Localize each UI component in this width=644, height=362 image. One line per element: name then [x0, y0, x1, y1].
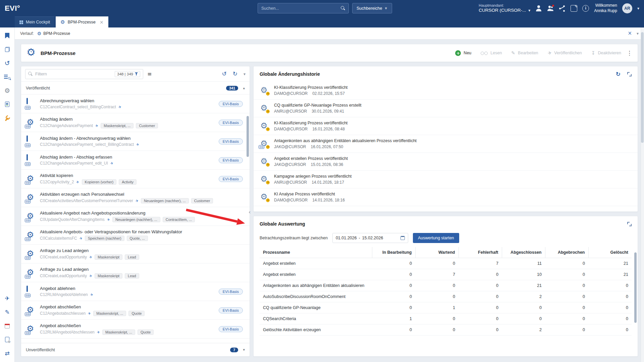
process-list-item[interactable]: ⚙ CO Aktivität kopieren C12CopyActivity_… — [21, 170, 250, 188]
chevron-down-icon[interactable]: ▾ — [244, 72, 246, 76]
history-list-item[interactable]: ⚙ CO Anlagenkonten aus abhängigen Entitä… — [254, 135, 638, 153]
tenant-selector[interactable]: Hauptmandant: CURSOR (CURSOR-... ▾ — [479, 3, 530, 13]
column-header[interactable]: In Bearbeitung — [372, 247, 415, 258]
filter-box[interactable]: 348 | 349 — [25, 69, 143, 79]
list-scrollbar[interactable] — [247, 116, 249, 157]
tab[interactable]: Mein Cockpit — [15, 16, 55, 27]
history-list-item[interactable]: ⚙ KI-Klassifizierung Prozess veröffentli… — [254, 117, 638, 135]
swap-arrows-icon[interactable]: ⇄ — [3, 349, 11, 357]
send-plane-icon[interactable]: ✈ — [3, 294, 11, 302]
history-list-item[interactable]: ⚙ CQ qualifizierte GP-Neuanlage Prozess … — [254, 100, 638, 117]
history-icon[interactable]: ↺ — [222, 71, 226, 77]
history-list-item[interactable]: ⚙ KI Analyse Prozess veröffentlicht DAMO… — [254, 188, 638, 206]
process-list-item[interactable]: ⚙ CO Aktualisiere Angebot nach Angebotsp… — [21, 207, 250, 226]
column-header[interactable]: Fehlerhaft — [459, 247, 502, 258]
expand-icon[interactable] — [627, 222, 632, 226]
chevron-down-icon[interactable]: ▾ — [637, 32, 639, 36]
search-list-icon[interactable] — [3, 73, 11, 81]
info-icon[interactable]: i — [582, 5, 589, 12]
process-list-item[interactable]: ⚙ CO Angebot abschließen C12Angebotabsch… — [21, 301, 250, 320]
start-evaluation-button[interactable]: Auswertung starten — [413, 233, 459, 243]
process-list-item[interactable]: ⚙ CO Aktualisiere Angebots- oder Vertrag… — [21, 226, 250, 245]
process-list-item[interactable]: ⚙ CO Angebot abschließen C12RLMAngebotAb… — [21, 320, 250, 339]
result-counter[interactable]: 348 | 349 — [115, 71, 140, 77]
pages-icon[interactable] — [3, 45, 11, 53]
column-header[interactable]: Abgeschlossen — [502, 247, 545, 258]
more-options-icon[interactable]: ⋮ — [627, 50, 632, 56]
deactivate-action-button[interactable]: ↧ Deaktivieren — [591, 51, 621, 55]
avatar[interactable]: AR — [622, 3, 632, 13]
date-separator: - — [359, 236, 360, 240]
process-list-item[interactable]: CO Abschlag ändern - Abrechnungsvertrag … — [21, 132, 250, 151]
column-header[interactable]: Abgebrochen — [545, 247, 588, 258]
refresh-icon[interactable]: ↻ — [233, 71, 237, 77]
process-list-item[interactable]: ⚙ CO Aktivitäten erzeugen nach Personalw… — [21, 188, 250, 207]
sort-icon[interactable]: ≡ — [147, 71, 152, 77]
filter-input[interactable] — [35, 72, 112, 76]
search-scope-label: Suchbereiche — [357, 6, 382, 11]
collapse-panel-handle[interactable]: ‹ — [249, 209, 251, 215]
page-scrollbar[interactable] — [641, 27, 644, 362]
expand-icon[interactable] — [627, 72, 632, 76]
history-list-item[interactable]: ⚙ KI-Klassifizierung Prozess veröffentli… — [254, 82, 638, 100]
column-header[interactable]: Wartend — [415, 247, 459, 258]
column-header[interactable]: Gelöscht — [588, 247, 632, 258]
page-scrollbar-thumb[interactable] — [641, 32, 644, 143]
table-row[interactable]: Anlagenkonten aus abhängigen Entitäten a… — [260, 280, 632, 291]
user-menu-chevron-icon[interactable]: ▾ — [637, 6, 639, 10]
person-icon[interactable] — [535, 5, 542, 12]
refresh-icon[interactable]: ↻ — [616, 71, 621, 77]
process-code: C12CancelContract_select_BillingContract — [40, 105, 116, 109]
section-published[interactable]: Veröffentlicht 341 ▴ — [21, 82, 250, 95]
history-list-item[interactable]: ⚙ Angebot erstellen Prozess veröffentlic… — [254, 153, 638, 171]
tab[interactable]: ⚙ BPM-Prozesse × — [56, 16, 108, 27]
history-title: Angebot erstellen Prozess veröffentlicht — [274, 156, 348, 161]
document-icon[interactable] — [3, 100, 11, 108]
plus-action-button[interactable]: + Neu — [455, 50, 471, 56]
search-scope-button[interactable]: Suchbereiche » — [352, 3, 392, 13]
glasses-action-button[interactable]: Lesen — [481, 51, 502, 55]
process-name-cell: AutoSubscribeDiscussionRoomOnComment — [260, 291, 372, 302]
bookmark-icon[interactable] — [3, 32, 11, 40]
global-search-box[interactable] — [258, 3, 349, 13]
close-icon[interactable]: × — [100, 20, 104, 24]
process-list-item[interactable]: ⚙ CO Abschlag ändern C12ChangeAdvancePay… — [21, 113, 250, 132]
compose-icon[interactable] — [571, 5, 577, 12]
section-unpublished[interactable]: Unveröffentlicht 7 ▾ — [21, 343, 250, 356]
process-code: C12Angebotabschliessen — [40, 311, 86, 316]
table-row[interactable]: CQSearchCriteria100000 — [260, 313, 632, 324]
settings-gear-icon[interactable]: ⚙ — [3, 86, 11, 95]
process-list-item[interactable]: CO Abrechnungsvertrag wählen C12CancelCo… — [21, 95, 250, 113]
dialog-icon — [26, 98, 28, 104]
process-event-icon: ⚙ — [260, 175, 270, 184]
process-list-item[interactable]: ⚙ CO Anfrage zu Lead anlegen C0CreateLea… — [21, 263, 250, 282]
history-icon[interactable]: ↺ — [3, 59, 11, 67]
calendar-icon[interactable] — [3, 322, 11, 330]
pending-badge — [266, 145, 270, 149]
column-header[interactable]: Prozessname — [260, 247, 372, 258]
table-row[interactable]: Gelöschte Aktivitäten erzeugen000200 — [260, 324, 632, 336]
close-icon[interactable]: × — [628, 31, 632, 36]
process-list-item[interactable]: CO Abschlag ändern - Abschlag erfassen C… — [21, 151, 250, 170]
publish-action-button[interactable]: ✈ Veröffentlichen — [548, 51, 582, 55]
date-range-field[interactable]: 01.01.2026 - 15.02.2026 — [332, 233, 408, 243]
table-row[interactable]: Angebot erstellen07010021 — [260, 269, 632, 280]
table-row[interactable]: Angebot erstellen00711021 — [260, 258, 632, 269]
process-list-item[interactable]: CO Angebot ablehnen C12RLMAngebotAblehne… — [21, 282, 250, 301]
verlauf-chip[interactable]: ⚙ BPM-Prozesse — [37, 31, 70, 36]
calendar-icon[interactable] — [400, 236, 405, 240]
process-event-icon: ⚙ — [260, 121, 270, 131]
table-row[interactable]: AutoSubscribeDiscussionRoomOnComment0002… — [260, 291, 632, 302]
table-row[interactable]: CQ qualifizierte GP-Neuanlage010000 — [260, 302, 632, 313]
document-gear-icon[interactable] — [3, 336, 11, 344]
search-input[interactable] — [261, 6, 338, 11]
table-scrollbar[interactable] — [634, 252, 637, 323]
wrench-icon[interactable] — [3, 114, 11, 122]
history-title: Globale Änderungshistorie — [260, 71, 320, 77]
process-list-item[interactable]: ⚙ CO Anfrage zu Lead anlegen C0CreateLea… — [21, 245, 250, 263]
share-icon[interactable] — [559, 5, 566, 12]
edit-pencil-icon[interactable]: ✎ — [3, 308, 11, 316]
contacts-icon[interactable] — [547, 5, 554, 12]
history-list-item[interactable]: ⚙ Kampagne anlegen Prozess veröffentlich… — [254, 171, 638, 188]
pencil-action-button[interactable]: ✎ Bearbeiten — [511, 51, 538, 55]
